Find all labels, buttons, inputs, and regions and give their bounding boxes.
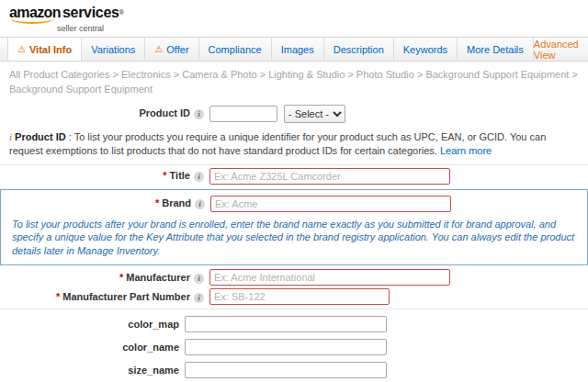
brand-registry-note: To list your products after your brand i…: [1, 215, 587, 260]
title-input[interactable]: [209, 168, 450, 185]
required-asterisk: *: [56, 291, 60, 302]
info-icon[interactable]: i: [194, 274, 204, 284]
info-icon[interactable]: i: [194, 109, 204, 119]
brand-input[interactable]: [210, 196, 451, 212]
breadcrumb: All Product Categories > Electronics > C…: [0, 62, 588, 102]
info-icon[interactable]: i: [194, 293, 204, 303]
part-number-input[interactable]: [209, 288, 390, 305]
tab-offer[interactable]: ⚠ Offer: [145, 38, 198, 61]
required-asterisk: *: [163, 170, 166, 181]
size-name-row: size_name: [0, 362, 588, 378]
vital-info-form: Product IDi - Select - iProduct ID : To …: [0, 105, 588, 382]
info-icon[interactable]: i: [195, 199, 205, 209]
tab-keywords[interactable]: Keywords: [394, 38, 458, 61]
title-row: *Titlei: [0, 168, 588, 185]
product-id-row: Product IDi - Select -: [0, 105, 588, 123]
learn-more-link[interactable]: Learn more: [440, 145, 492, 156]
tab-description[interactable]: Description: [324, 38, 394, 61]
logo-amazon-text: amazon: [9, 5, 61, 20]
amazon-services-logo: amazonservices®: [9, 5, 588, 20]
note-bold: Product ID: [15, 131, 66, 142]
size-name-input[interactable]: [185, 362, 387, 378]
seller-central-label: seller central: [57, 24, 588, 33]
tab-label: Description: [334, 44, 384, 55]
product-id-label: Product IDi: [0, 107, 204, 119]
tab-label: More Details: [467, 44, 524, 55]
product-id-note: iProduct ID : To list your products you …: [0, 126, 588, 165]
tab-compliance[interactable]: Compliance: [199, 38, 272, 61]
brand-row: *Brandi: [1, 196, 587, 212]
info-icon: i: [9, 131, 12, 142]
tab-label: Vital Info: [29, 44, 72, 55]
page-header: amazonservices® seller central: [0, 0, 588, 37]
color-map-input[interactable]: [185, 316, 387, 332]
manufacturer-label: *Manufactureri: [0, 272, 204, 284]
manufacturer-input[interactable]: [209, 269, 450, 286]
product-id-input[interactable]: [209, 106, 277, 122]
tab-vital-info[interactable]: ⚠ Vital Info: [7, 38, 82, 61]
registered-mark: ®: [119, 9, 124, 16]
tab-label: Offer: [166, 44, 188, 55]
tab-more-details[interactable]: More Details: [458, 38, 534, 61]
color-map-row: color_map: [0, 316, 588, 332]
brand-label: *Brandi: [1, 197, 205, 209]
product-id-type-select[interactable]: - Select -: [284, 105, 345, 123]
tab-images[interactable]: Images: [272, 38, 324, 61]
brand-info-box: *Brandi To list your products after your…: [0, 189, 588, 266]
part-number-label: *Manufacturer Part Numberi: [0, 291, 204, 303]
logo-services-text: services: [62, 5, 119, 20]
tab-label: Keywords: [403, 44, 447, 55]
info-icon[interactable]: i: [194, 172, 204, 182]
required-asterisk: *: [155, 197, 159, 208]
advanced-view-control: Advanced View: [534, 38, 588, 61]
advanced-view-label: Advanced View: [534, 39, 583, 61]
tab-label: Compliance: [209, 44, 262, 55]
tab-label: Images: [281, 44, 314, 55]
color-name-row: color_name: [0, 339, 588, 355]
required-asterisk: *: [119, 272, 123, 283]
manufacturer-row: *Manufactureri: [0, 269, 588, 286]
part-number-row: *Manufacturer Part Numberi: [0, 288, 588, 305]
title-label: *Titlei: [0, 170, 204, 182]
tab-bar: ⚠ Vital Info Variations ⚠ Offer Complian…: [0, 37, 588, 62]
section-divider: [0, 309, 588, 309]
tab-label: Variations: [91, 44, 135, 55]
warning-icon: ⚠: [154, 44, 163, 54]
color-map-label: color_map: [0, 319, 179, 330]
size-name-label: size_name: [0, 365, 179, 376]
color-name-label: color_name: [0, 342, 179, 353]
tab-variations[interactable]: Variations: [82, 38, 145, 61]
warning-icon: ⚠: [17, 44, 26, 54]
color-name-input[interactable]: [185, 339, 387, 355]
